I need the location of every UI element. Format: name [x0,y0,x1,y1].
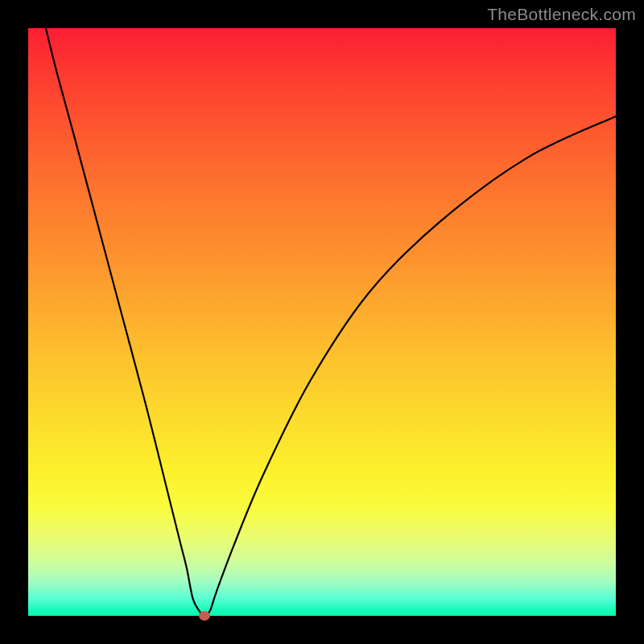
minimum-marker [199,611,210,621]
bottleneck-curve [46,28,616,616]
plot-area [28,28,616,616]
watermark-text: TheBottleneck.com [487,5,636,24]
chart-container: TheBottleneck.com [0,0,644,644]
curve-svg [28,28,616,616]
